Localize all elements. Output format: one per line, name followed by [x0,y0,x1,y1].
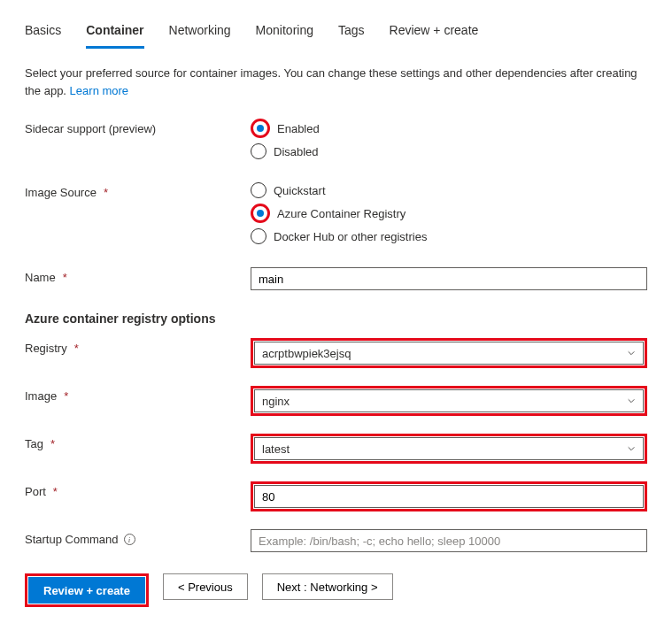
sidecar-disabled-radio[interactable]: Disabled [251,143,647,159]
radio-label: Docker Hub or other registries [274,230,427,243]
label-text: Tag [25,437,43,450]
name-label: Name* [25,267,251,284]
label-text: Startup Command [25,533,119,546]
required-asterisk: * [64,389,68,403]
tab-monitoring[interactable]: Monitoring [256,18,313,49]
image-source-label: Image Source* [25,182,251,199]
image-dropdown[interactable]: nginx [254,389,644,412]
source-acr-radio[interactable]: Azure Container Registry [251,204,647,223]
chevron-down-icon [627,349,636,358]
image-source-radio-group: Quickstart Azure Container Registry Dock… [251,182,647,244]
radio-icon [251,119,270,138]
dropdown-value: acrptbwpiek3ejsq [262,347,351,360]
footer-actions: Review + create < Previous Next : Networ… [25,573,647,581]
startup-command-input[interactable] [251,529,647,552]
sidecar-radio-group: Enabled Disabled [251,119,647,159]
tag-label: Tag* [25,434,251,450]
radio-label: Disabled [274,145,319,158]
acr-section-title: Azure container registry options [25,312,647,326]
required-asterisk: * [50,437,55,450]
tab-basics[interactable]: Basics [25,18,61,49]
source-docker-radio[interactable]: Docker Hub or other registries [251,228,647,244]
name-input[interactable] [251,267,647,290]
chevron-down-icon [627,444,636,453]
radio-label: Enabled [277,122,320,135]
label-text: Image Source [25,186,97,199]
radio-label: Azure Container Registry [277,207,406,220]
registry-label: Registry* [25,338,251,355]
tab-tags[interactable]: Tags [338,18,365,49]
required-asterisk: * [53,485,58,498]
previous-button[interactable]: < Previous [163,573,248,581]
dropdown-value: nginx [262,395,290,408]
label-text: Image [25,389,57,403]
review-create-button[interactable]: Review + create [28,577,145,581]
registry-dropdown[interactable]: acrptbwpiek3ejsq [254,342,644,365]
description-text: Select your preferred source for contain… [25,65,647,99]
tab-networking[interactable]: Networking [169,18,231,49]
tab-container[interactable]: Container [86,18,143,49]
radio-icon [251,182,266,198]
sidecar-label: Sidecar support (preview) [25,119,251,135]
radio-label: Quickstart [274,184,326,197]
learn-more-link[interactable]: Learn more [70,84,128,97]
source-quickstart-radio[interactable]: Quickstart [251,182,647,198]
label-text: Name [25,271,56,284]
port-label: Port* [25,481,251,498]
image-label: Image* [25,386,251,403]
tag-dropdown[interactable]: latest [254,437,644,460]
label-text: Port [25,485,46,498]
tab-review[interactable]: Review + create [390,18,479,49]
label-text: Registry [25,342,67,355]
sidecar-enabled-radio[interactable]: Enabled [251,119,647,138]
radio-icon [251,228,266,244]
radio-icon [251,143,266,159]
startup-command-label: Startup Command i [25,529,251,546]
tab-bar: Basics Container Networking Monitoring T… [25,18,647,49]
required-asterisk: * [74,342,79,355]
next-button[interactable]: Next : Networking > [262,573,393,581]
radio-icon [251,204,270,223]
required-asterisk: * [63,271,67,284]
required-asterisk: * [104,186,108,199]
port-input[interactable] [254,485,644,508]
info-icon[interactable]: i [124,534,135,545]
chevron-down-icon [627,396,636,405]
dropdown-value: latest [262,442,290,456]
